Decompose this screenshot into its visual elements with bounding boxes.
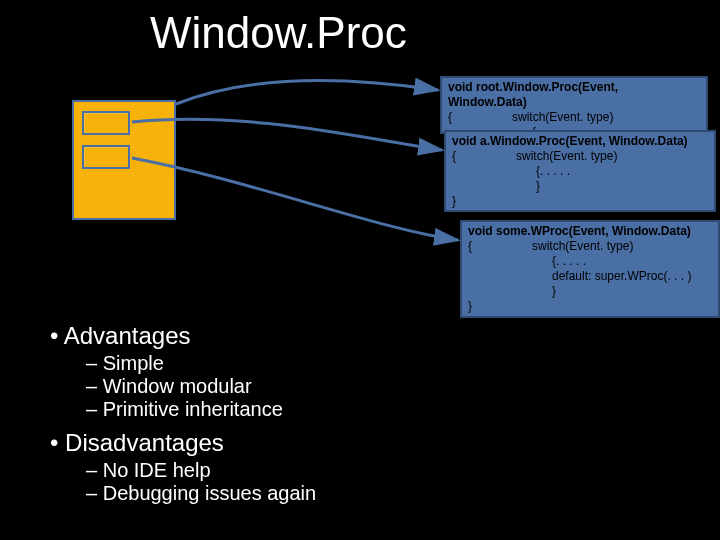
- code-line: switch(Event. type): [456, 149, 617, 163]
- code-box-root: void root.Window.Proc(Event, Window.Data…: [440, 76, 708, 134]
- code-line: }: [452, 179, 708, 194]
- code-line: }: [452, 194, 708, 209]
- code-line: switch(Event. type): [452, 110, 613, 124]
- code-line: default: super.WProc(. . . ): [468, 269, 712, 284]
- code-signature: void root.Window.Proc(Event, Window.Data…: [448, 80, 700, 110]
- code-line: }: [468, 299, 712, 314]
- slide-title: Window.Proc: [150, 8, 407, 58]
- disadvantage-item: Debugging issues again: [86, 482, 316, 505]
- disadvantage-item: No IDE help: [86, 459, 316, 482]
- code-signature: void some.WProc(Event, Window.Data): [468, 224, 712, 239]
- window-inner-bottom: [82, 145, 130, 169]
- code-line: }: [468, 284, 712, 299]
- advantage-item: Primitive inheritance: [86, 398, 316, 421]
- advantage-item: Simple: [86, 352, 316, 375]
- bullets-block: Advantages Simple Window modular Primiti…: [50, 322, 316, 505]
- code-line: {. . . . .: [452, 164, 708, 179]
- code-box-a: void a.Window.Proc(Event, Window.Data) {…: [444, 130, 716, 212]
- code-signature: void a.Window.Proc(Event, Window.Data): [452, 134, 708, 149]
- code-line: switch(Event. type): [472, 239, 633, 253]
- window-inner-top: [82, 111, 130, 135]
- code-box-some: void some.WProc(Event, Window.Data) {swi…: [460, 220, 720, 318]
- code-line: {. . . . .: [468, 254, 712, 269]
- advantages-heading: Advantages: [50, 322, 316, 350]
- disadvantages-heading: Disadvantages: [50, 429, 316, 457]
- advantage-item: Window modular: [86, 375, 316, 398]
